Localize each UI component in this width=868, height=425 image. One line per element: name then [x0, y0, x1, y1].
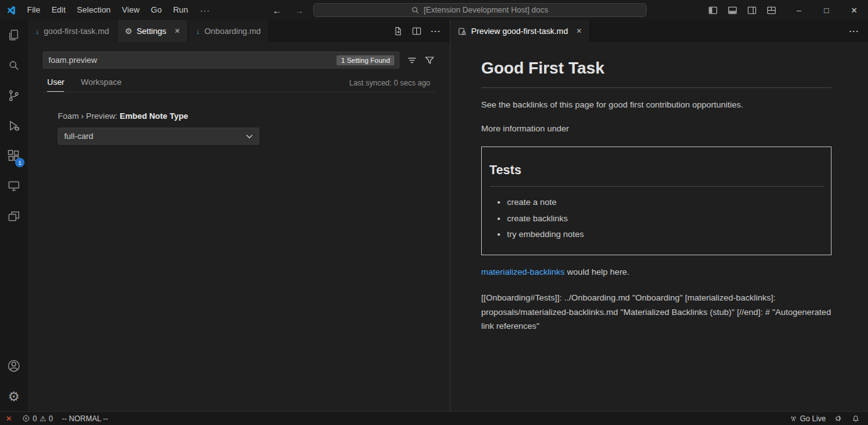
error-count: 0 — [33, 414, 37, 423]
embed-list: create a note create backlinks try embed… — [489, 196, 823, 241]
list-item: create backlinks — [507, 212, 823, 226]
nav-back-icon[interactable]: ← — [269, 5, 285, 16]
tab-onboarding[interactable]: ↓ Onboarding.md — [188, 20, 269, 42]
gear-glyph: ⚙ — [8, 390, 20, 403]
status-bar-right: Go Live — [785, 412, 868, 425]
filter-lines-icon[interactable] — [407, 55, 417, 65]
extensions-badge: 1 — [15, 158, 25, 167]
settings-file-icon: ⚙ — [125, 26, 133, 36]
search-view-icon[interactable] — [0, 50, 28, 80]
materialized-backlinks-link[interactable]: materialized-backlinks — [481, 267, 565, 277]
settings-divider — [43, 92, 435, 92]
toggle-secondary-sidebar-icon[interactable] — [747, 6, 757, 15]
customize-layout-icon[interactable] — [767, 6, 776, 15]
left-editor-actions: ··· — [384, 20, 450, 42]
title-bar: File Edit Selection View Go Run ··· ← → … — [0, 0, 868, 20]
embed-note-type-select[interactable]: full-card — [58, 128, 259, 145]
vscode-logo-icon — [0, 5, 21, 16]
right-tab-bar: Preview good-first-task.md ✕ ··· — [450, 20, 868, 42]
search-label: [Extension Development Host] docs — [423, 6, 548, 14]
filter-settings-icon[interactable] — [425, 55, 435, 65]
extensions-icon[interactable]: 1 — [0, 141, 28, 171]
settings-search-row: 1 Setting Found — [43, 52, 435, 69]
menu-go[interactable]: Go — [145, 3, 167, 17]
toggle-panel-icon[interactable] — [728, 6, 737, 15]
settings-scope-tabs: User Workspace Last synced: 0 secs ago — [43, 77, 435, 92]
tab-label: good-first-task.md — [44, 26, 109, 36]
split-editor-icon[interactable] — [412, 26, 421, 36]
go-live-label: Go Live — [800, 414, 826, 423]
bell-icon — [852, 414, 860, 422]
preview-intro: See the backlinks of this page for good … — [481, 98, 832, 112]
more-actions-icon[interactable]: ··· — [431, 26, 441, 36]
status-bar: ✕ 0 ⚠ 0 -- NORMAL -- Go Live — [0, 411, 868, 425]
frames-view-icon[interactable] — [0, 201, 28, 231]
select-value: full-card — [64, 131, 93, 141]
accounts-icon[interactable] — [0, 351, 28, 381]
menu-run[interactable]: Run — [167, 3, 194, 17]
tab-good-first-task[interactable]: ↓ good-first-task.md — [28, 20, 118, 42]
link-tail-text: would help here. — [565, 267, 630, 277]
scope-tab-workspace[interactable]: Workspace — [81, 77, 121, 92]
error-icon — [22, 414, 30, 422]
close-tab-icon[interactable]: ✕ — [174, 27, 180, 35]
source-control-icon[interactable] — [0, 80, 28, 111]
link-references: [[Onboarding#Tests]]: ../Onboarding.md "… — [481, 291, 832, 333]
scope-tab-user[interactable]: User — [47, 77, 64, 92]
setting-title: Foam › Preview: Embed Note Type — [58, 111, 435, 121]
settings-gear-icon[interactable]: ⚙ — [0, 381, 28, 411]
editor-group-right: Preview good-first-task.md ✕ ··· Good Fi… — [450, 20, 868, 411]
setting-name: Embed Note Type — [120, 111, 188, 121]
menu-edit[interactable]: Edit — [46, 3, 71, 17]
close-window-button[interactable]: ✕ — [840, 0, 868, 20]
left-tab-bar: ↓ good-first-task.md ⚙ Settings ✕ ↓ Onbo… — [28, 20, 450, 42]
vscode-window: File Edit Selection View Go Run ··· ← → … — [0, 0, 868, 425]
broadcast-icon — [789, 414, 798, 422]
activity-bar-spacer — [0, 231, 28, 351]
toggle-sidebar-icon[interactable] — [708, 6, 718, 15]
remote-indicator[interactable]: ✕ — [0, 412, 18, 425]
remote-explorer-icon[interactable] — [0, 171, 28, 201]
warning-icon: ⚠ — [40, 415, 47, 422]
nav-forward-icon[interactable]: → — [291, 5, 307, 16]
setting-embed-note-type: Foam › Preview: Embed Note Type full-car… — [58, 111, 435, 145]
maximize-button[interactable]: □ — [813, 0, 840, 20]
embed-title: Tests — [489, 160, 823, 187]
editor-group-left: ↓ good-first-task.md ⚙ Settings ✕ ↓ Onbo… — [28, 20, 450, 411]
setting-category: Foam › Preview: — [58, 111, 120, 121]
tab-settings[interactable]: ⚙ Settings ✕ — [118, 20, 189, 42]
tab-preview-good-first-task[interactable]: Preview good-first-task.md ✕ — [450, 20, 590, 42]
menu-overflow-button[interactable]: ··· — [194, 6, 216, 15]
settings-search-input[interactable] — [43, 55, 337, 65]
preview-title: Good First Task — [481, 55, 832, 88]
menu-file[interactable]: File — [21, 3, 46, 17]
settings-editor: 1 Setting Found User Workspace Last sync… — [28, 42, 450, 411]
settings-search-box: 1 Setting Found — [43, 52, 399, 69]
vim-mode-indicator[interactable]: -- NORMAL -- — [57, 412, 113, 425]
right-editor-actions: ··· — [840, 20, 868, 42]
markdown-preview-icon — [458, 27, 467, 36]
run-debug-icon[interactable] — [0, 111, 28, 141]
close-tab-icon[interactable]: ✕ — [576, 27, 582, 35]
warning-count: 0 — [49, 414, 53, 423]
list-item: try embedding notes — [507, 228, 823, 241]
tab-label: Onboarding.md — [204, 26, 261, 36]
menu-selection[interactable]: Selection — [71, 3, 116, 17]
command-center-search[interactable]: [Extension Development Host] docs — [313, 3, 647, 17]
markdown-preview: Good First Task See the backlinks of thi… — [450, 42, 868, 411]
minimize-button[interactable]: – — [785, 0, 813, 20]
feedback-button[interactable] — [830, 412, 847, 425]
tab-label: Preview good-first-task.md — [471, 26, 568, 36]
explorer-icon[interactable] — [0, 20, 28, 50]
chevron-down-icon — [246, 134, 253, 139]
notifications-bell[interactable] — [847, 412, 864, 425]
list-item: create a note — [507, 196, 823, 209]
go-live-button[interactable]: Go Live — [785, 412, 830, 425]
open-settings-json-icon[interactable] — [393, 26, 403, 36]
menu-view[interactable]: View — [116, 3, 145, 17]
more-actions-icon[interactable]: ··· — [849, 26, 859, 36]
last-synced-label: Last synced: 0 secs ago — [349, 79, 430, 92]
embedded-note-card: Tests create a note create backlinks try… — [481, 146, 832, 255]
problems-indicator[interactable]: 0 ⚠ 0 — [18, 412, 57, 425]
search-icon — [411, 6, 420, 14]
